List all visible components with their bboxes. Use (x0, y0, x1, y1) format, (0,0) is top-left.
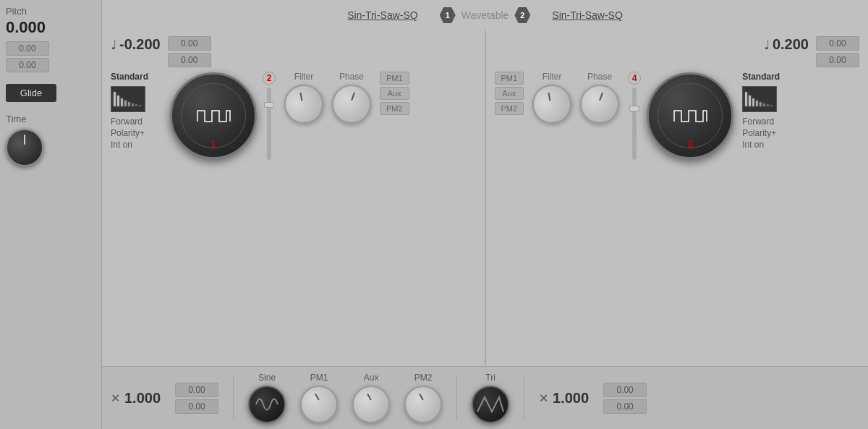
osc2-slider-track[interactable] (632, 88, 637, 160)
bottom-right-input-1[interactable]: 0.00 (603, 383, 647, 397)
osc2-phase-control: Phase (580, 72, 619, 124)
osc2-title[interactable]: Sin-Tri-Saw-SQ (552, 9, 623, 21)
bottom-pm1-group: PM1 (300, 373, 338, 423)
osc2-spectrum-svg (744, 88, 775, 110)
svg-rect-4 (128, 102, 130, 106)
osc1-phase-knob[interactable] (332, 85, 371, 124)
wavetable-label: Wavetable (461, 9, 509, 21)
osc2-main-knob[interactable]: 3 (647, 72, 733, 159)
osc2-aux-btn[interactable]: Aux (495, 87, 524, 100)
bottom-left-input-2[interactable]: 0.00 (175, 399, 218, 414)
bottom-aux-knob[interactable] (352, 386, 390, 423)
osc1-input-2[interactable]: 0.00 (168, 53, 211, 67)
bottom-right-inputs: 0.00 0.00 (603, 383, 647, 414)
osc2-small-inputs: 0.00 0.00 (816, 36, 859, 67)
osc1-int-label: Int on (111, 140, 132, 150)
osc1-note-icon: ♩ (111, 37, 116, 53)
osc2-phase-knob[interactable] (580, 85, 619, 124)
osc1-input-1[interactable]: 0.00 (168, 36, 211, 51)
svg-rect-8 (745, 92, 747, 106)
pitch-inputs: 0.00 0.00 (6, 41, 95, 72)
bottom-pm1-knob[interactable] (300, 386, 338, 423)
svg-rect-5 (132, 103, 134, 106)
osc1-slider-track[interactable] (267, 88, 271, 160)
badge-1[interactable]: 1 (440, 7, 456, 23)
osc1-main-knob[interactable]: 1 (170, 72, 257, 159)
osc1-filter-control: Filter (284, 72, 323, 124)
osc1-slider-thumb[interactable] (264, 102, 274, 108)
svg-rect-14 (767, 104, 769, 106)
bottom-pm2-knob[interactable] (404, 386, 442, 423)
osc1-small-inputs: 0.00 0.00 (168, 36, 211, 67)
osc2-miniwave (742, 86, 777, 112)
bottom-left-input-1[interactable]: 0.00 (175, 383, 218, 397)
top-header: Sin-Tri-Saw-SQ 1 Wavetable 2 Sin-Tri-Saw… (102, 0, 868, 30)
main-content: Sin-Tri-Saw-SQ 1 Wavetable 2 Sin-Tri-Saw… (102, 0, 868, 429)
osc2-filter-knob[interactable] (525, 77, 579, 131)
osc1-pm1-btn[interactable]: PM1 (380, 72, 409, 85)
svg-rect-11 (756, 101, 758, 106)
osc1-miniwave (111, 86, 145, 112)
osc1-slider: 2 (263, 72, 276, 160)
svg-rect-7 (139, 105, 141, 106)
time-label: Time (6, 114, 95, 124)
osc1-spectrum-svg (112, 88, 144, 110)
osc2-input-2[interactable]: 0.00 (816, 53, 859, 67)
osc1-polarity-label: Polarity+ (111, 128, 145, 138)
bottom-tri-label: Tri (485, 373, 495, 383)
pitch-label: Pitch (6, 6, 95, 17)
osc1-pm2-btn[interactable]: PM2 (380, 102, 409, 115)
bottom-aux-label: Aux (364, 373, 379, 383)
bottom-right-input-2[interactable]: 0.00 (603, 399, 647, 414)
osc1-aux-btn[interactable]: Aux (380, 87, 409, 100)
main-container: Pitch 0.000 0.00 0.00 Glide Time Sin-Tri… (0, 0, 868, 429)
badge-2[interactable]: 2 (514, 7, 530, 23)
osc2-filter-label: Filter (542, 72, 562, 82)
bottom-right-percent: ✕ 1.000 (539, 390, 589, 407)
osc1-filter-label: Filter (294, 72, 314, 82)
svg-rect-10 (752, 98, 754, 106)
bottom-tri-group: Tri (472, 373, 509, 423)
osc2-filter-control: Filter (532, 72, 571, 124)
sine-wave-icon (252, 390, 281, 419)
osc2-slider-thumb[interactable] (629, 106, 639, 111)
osc1-forward-label: Forward (111, 116, 142, 127)
osc2-note-value: 0.200 (773, 36, 809, 53)
bottom-aux-group: Aux (352, 373, 390, 423)
pitch-input-2[interactable]: 0.00 (6, 58, 49, 72)
bottom-sine-knob[interactable] (248, 386, 286, 423)
osc2-pm-buttons: PM1 Aux PM2 (495, 72, 524, 115)
osc1-title[interactable]: Sin-Tri-Saw-SQ (347, 9, 418, 21)
osc2-slider-number: 4 (628, 72, 641, 85)
osc2-note-icon: ♩ (764, 37, 770, 53)
osc2-pm2-btn[interactable]: PM2 (495, 102, 524, 115)
osc2-pm1-btn[interactable]: PM1 (495, 72, 524, 85)
bottom-sine-label: Sine (258, 373, 276, 383)
bottom-divider-1 (233, 376, 234, 420)
tri-wave-icon (476, 390, 505, 419)
glide-button[interactable]: Glide (6, 84, 56, 102)
osc2-knob-waveform-svg (671, 103, 710, 129)
bottom-tri-knob[interactable] (472, 386, 509, 423)
wavetable-section: 1 Wavetable 2 (440, 7, 531, 23)
osc2-standard-label: Standard (742, 72, 780, 82)
svg-rect-12 (760, 102, 762, 106)
osc1-note-value: -0.200 (119, 36, 161, 53)
osc1-note-area: ♩ -0.200 (111, 36, 161, 53)
pitch-input-1[interactable]: 0.00 (6, 41, 49, 56)
osc2-note-area: ♩ 0.200 (764, 36, 809, 53)
osc-panels: ♩ -0.200 0.00 0.00 Standard (102, 30, 868, 366)
osc2-forward-label: Forward (742, 116, 774, 127)
osc2-slider: 4 (628, 72, 641, 160)
bottom-left-inputs: 0.00 0.00 (175, 383, 218, 414)
osc2-input-1[interactable]: 0.00 (816, 36, 859, 51)
time-knob[interactable] (6, 129, 43, 166)
svg-rect-3 (124, 101, 127, 106)
osc1-panel: ♩ -0.200 0.00 0.00 Standard (102, 30, 485, 366)
osc1-standard-label: Standard (111, 72, 148, 82)
left-sidebar: Pitch 0.000 0.00 0.00 Glide Time (0, 0, 102, 429)
osc1-knob-number: 1 (210, 138, 216, 150)
bottom-right-percent-symbol: ✕ (539, 391, 548, 405)
bottom-pm2-group: PM2 (404, 373, 442, 423)
osc1-filter-knob[interactable] (277, 77, 331, 131)
